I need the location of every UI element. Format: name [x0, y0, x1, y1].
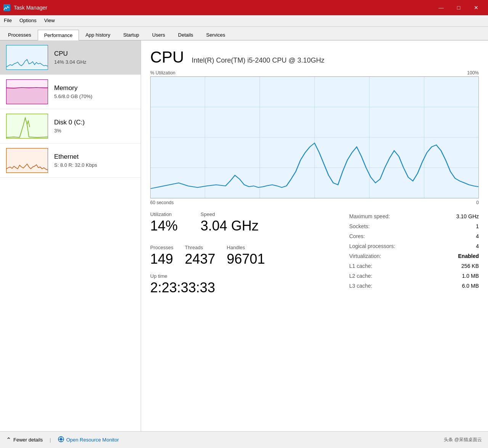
- sidebar-item-disk[interactable]: Disk 0 (C:) 3%: [0, 109, 141, 143]
- cpu-subtitle: Intel(R) Core(TM) i5-2400 CPU @ 3.10GHz: [192, 56, 324, 64]
- right-panel: CPU Intel(R) Core(TM) i5-2400 CPU @ 3.10…: [141, 40, 488, 431]
- tab-users[interactable]: Users: [146, 29, 172, 40]
- info-row-logical: Logical processors: 4: [349, 241, 479, 251]
- stats-right: Maximum speed: 3.10 GHz Sockets: 1 Cores…: [349, 211, 479, 302]
- disk-item-info: Disk 0 (C:) 3%: [54, 119, 135, 134]
- info-row-l2: L2 cache: 1.0 MB: [349, 271, 479, 281]
- ethernet-item-name: Ethernet: [54, 153, 135, 161]
- uptime-label: Up time: [150, 273, 349, 279]
- logical-value: 4: [476, 243, 479, 249]
- memory-item-detail: 5.6/8.0 GB (70%): [54, 93, 135, 99]
- handles-stat: Handles 96701: [227, 245, 265, 267]
- info-row-maxspeed: Maximum speed: 3.10 GHz: [349, 211, 479, 221]
- maximize-button[interactable]: □: [450, 0, 467, 15]
- memory-mini-chart: [6, 79, 48, 104]
- menu-options[interactable]: Options: [16, 17, 40, 25]
- app-icon: [3, 4, 11, 11]
- main-content: CPU 14% 3.04 GHz Memory 5.6/8.0 GB (70%): [0, 40, 488, 431]
- l3-value: 6.0 MB: [462, 283, 479, 289]
- title-bar: Task Manager — □ ✕: [0, 0, 488, 15]
- info-row-l1: L1 cache: 256 KB: [349, 261, 479, 271]
- handles-value: 96701: [227, 251, 265, 267]
- speed-stat: Speed 3.04 GHz: [201, 211, 258, 234]
- cpu-title: CPU: [150, 48, 184, 66]
- chart-time-labels: 60 seconds 0: [150, 200, 479, 205]
- fewer-details-button[interactable]: ⌃ Fewer details: [6, 436, 43, 443]
- tab-app-history[interactable]: App history: [79, 29, 117, 40]
- cpu-item-info: CPU 14% 3.04 GHz: [54, 50, 135, 65]
- menu-bar: File Options View: [0, 15, 488, 27]
- disk-mini-chart: [6, 114, 48, 139]
- threads-value: 2437: [185, 251, 215, 267]
- cpu-item-name: CPU: [54, 50, 135, 58]
- cpu-chart: [150, 76, 479, 198]
- tab-performance[interactable]: Performance: [38, 30, 79, 40]
- logical-label: Logical processors:: [349, 243, 395, 249]
- chevron-up-icon: ⌃: [6, 436, 11, 443]
- footer-left: ⌃ Fewer details | Open Resource Monitor: [6, 436, 119, 443]
- maxspeed-label: Maximum speed:: [349, 213, 390, 219]
- footer-watermark: 头条 @呆猫桌面云: [444, 437, 482, 443]
- tab-services[interactable]: Services: [200, 29, 232, 40]
- uptime-stat: Up time 2:23:33:33: [150, 273, 349, 296]
- utilization-stat: Utilization 14%: [150, 211, 178, 234]
- processes-stat: Processes 149: [150, 245, 173, 267]
- ethernet-item-detail: S: 8.0 R: 32.0 Kbps: [54, 162, 135, 168]
- sidebar-item-memory[interactable]: Memory 5.6/8.0 GB (70%): [0, 75, 141, 109]
- menu-file[interactable]: File: [0, 17, 16, 25]
- l1-label: L1 cache:: [349, 263, 372, 269]
- chart-label-top: % Utilization 100%: [150, 70, 479, 76]
- open-rm-label: Open Resource Monitor: [66, 437, 119, 443]
- chart-time-start: 60 seconds: [150, 200, 173, 205]
- cpu-mini-chart: [6, 45, 48, 70]
- disk-item-detail: 3%: [54, 128, 135, 134]
- chart-max-label: 100%: [467, 70, 479, 76]
- ethernet-mini-chart: [6, 148, 48, 173]
- footer: ⌃ Fewer details | Open Resource Monitor …: [0, 431, 488, 448]
- info-row-l3: L3 cache: 6.0 MB: [349, 281, 479, 291]
- handles-label: Handles: [227, 245, 265, 250]
- utilization-label: Utilization: [150, 211, 178, 217]
- virt-value: Enabled: [458, 253, 479, 259]
- l2-value: 1.0 MB: [462, 273, 479, 279]
- chart-area: % Utilization 100%: [150, 70, 479, 205]
- cores-value: 4: [476, 233, 479, 239]
- utilization-value: 14%: [150, 218, 178, 234]
- maxspeed-value: 3.10 GHz: [456, 213, 479, 219]
- info-table: Maximum speed: 3.10 GHz Sockets: 1 Cores…: [349, 211, 479, 291]
- l3-label: L3 cache:: [349, 283, 372, 289]
- info-row-virt: Virtualization: Enabled: [349, 251, 479, 261]
- sockets-label: Sockets:: [349, 223, 370, 229]
- memory-item-name: Memory: [54, 84, 135, 92]
- sockets-value: 1: [476, 223, 479, 229]
- three-col-stats: Processes 149 Threads 2437 Handles 96701: [150, 245, 349, 267]
- chart-time-end: 0: [476, 200, 479, 205]
- fewer-details-label: Fewer details: [13, 437, 43, 443]
- window-controls: — □ ✕: [432, 0, 485, 15]
- l2-label: L2 cache:: [349, 273, 372, 279]
- sidebar-item-cpu[interactable]: CPU 14% 3.04 GHz: [0, 40, 141, 75]
- threads-stat: Threads 2437: [185, 245, 215, 267]
- virt-label: Virtualization:: [349, 253, 381, 259]
- footer-divider: |: [50, 437, 51, 443]
- svg-rect-1: [6, 87, 48, 104]
- svg-point-13: [60, 438, 62, 440]
- speed-value: 3.04 GHz: [201, 218, 258, 234]
- cpu-item-detail: 14% 3.04 GHz: [54, 59, 135, 65]
- cores-label: Cores:: [349, 233, 365, 239]
- sidebar-item-ethernet[interactable]: Ethernet S: 8.0 R: 32.0 Kbps: [0, 143, 141, 178]
- sidebar: CPU 14% 3.04 GHz Memory 5.6/8.0 GB (70%): [0, 40, 141, 431]
- tab-processes[interactable]: Processes: [2, 29, 38, 40]
- tab-details[interactable]: Details: [172, 29, 200, 40]
- close-button[interactable]: ✕: [467, 0, 485, 15]
- open-resource-monitor-button[interactable]: Open Resource Monitor: [58, 436, 119, 443]
- menu-view[interactable]: View: [40, 17, 59, 25]
- info-row-sockets: Sockets: 1: [349, 221, 479, 231]
- l1-value: 256 KB: [461, 263, 479, 269]
- disk-item-name: Disk 0 (C:): [54, 119, 135, 126]
- processes-value: 149: [150, 251, 173, 267]
- minimize-button[interactable]: —: [432, 0, 450, 15]
- info-row-cores: Cores: 4: [349, 231, 479, 241]
- tab-startup[interactable]: Startup: [117, 29, 146, 40]
- tab-bar: Processes Performance App history Startu…: [0, 27, 488, 40]
